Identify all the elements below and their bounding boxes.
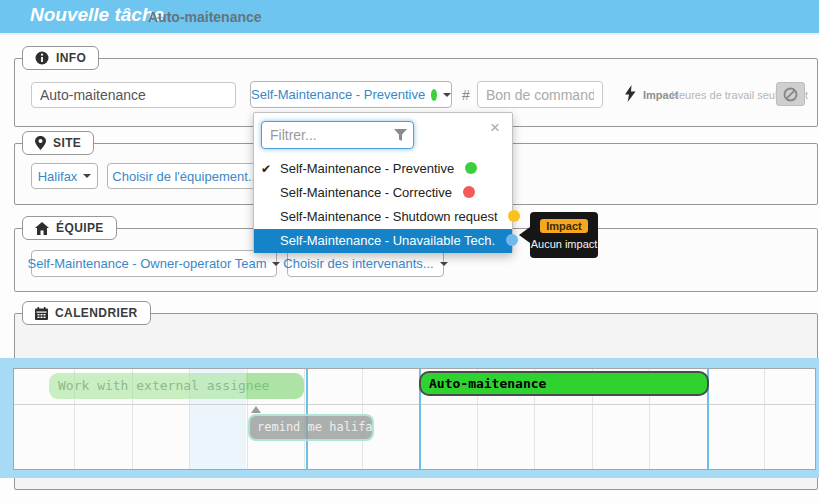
category-option-label: Self-Maintenance - Corrective (280, 185, 452, 200)
category-option-dot (506, 234, 518, 246)
map-pin-icon (35, 136, 46, 150)
gantt-gridline (764, 369, 765, 470)
category-option-label: Self-Maintenance - Preventive (280, 161, 454, 176)
caret-down-icon (443, 93, 451, 97)
gantt-bar-label: Auto-maitenance (429, 376, 546, 391)
gantt-bar-auto-maitenance[interactable]: Auto-maitenance (419, 371, 709, 396)
gantt-bar-overlap (246, 373, 304, 399)
category-color-dot (431, 89, 437, 101)
category-dropdown-button[interactable]: Self-Maintenance - Preventive (250, 81, 452, 108)
calendar-icon (35, 307, 48, 320)
gantt-container: Work with external assignee Auto-maitena… (0, 358, 819, 478)
calendar-section-tab: CALENDRIER (22, 301, 151, 325)
info-tab-label: INFO (56, 51, 86, 65)
new-task-page: Nouvelle tâche Auto-maitenance INFO Self… (0, 0, 819, 503)
category-button-label: Self-Maintenance - Preventive (251, 87, 425, 102)
impact-badge: Impact (540, 219, 587, 233)
site-select-button[interactable]: Halifax (31, 163, 98, 189)
category-option-dot (508, 210, 520, 222)
no-impact-button[interactable] (776, 82, 805, 106)
info-section-tab: INFO (22, 46, 99, 70)
gantt-bar-label: Work with external assignee (58, 378, 269, 393)
category-option-label: Self-Maintenance - Shutdown request (280, 209, 498, 224)
caret-down-icon (440, 262, 448, 266)
home-icon (35, 222, 49, 235)
ban-icon (783, 87, 798, 102)
category-filter-input[interactable] (261, 121, 414, 149)
page-title: Nouvelle tâche (30, 4, 164, 26)
purchase-order-input[interactable] (477, 81, 603, 108)
category-option[interactable]: ✔ Self-Maintenance - Preventive (254, 157, 512, 181)
team-tab-label: ÉQUIPE (56, 221, 104, 235)
close-icon[interactable]: × (490, 119, 500, 136)
team-button-label: Self-Maintenance - Owner-operator Team (28, 256, 267, 271)
impact-tooltip: Impact Aucun impact (530, 212, 598, 258)
calendar-tab-label: CALENDRIER (55, 306, 138, 320)
equipment-button-label: Choisir de l'équipement... (112, 169, 258, 184)
team-section-tab: ÉQUIPE (22, 216, 117, 240)
site-button-label: Halifax (38, 169, 78, 184)
members-button-label: Choisir des intervenants... (283, 256, 433, 271)
info-icon (35, 51, 49, 65)
category-option[interactable]: Self-Maintenance - Corrective (254, 181, 512, 205)
impact-tooltip-text: Aucun impact (530, 238, 598, 250)
team-select-button[interactable]: Self-Maintenance - Owner-operator Team (31, 250, 277, 277)
category-option-dot (465, 162, 477, 174)
check-icon: ✔ (261, 157, 271, 181)
category-option-label: Self-Maintenance - Unavailable Tech. (280, 233, 495, 248)
members-select-button[interactable]: Choisir des intervenants... (287, 250, 444, 277)
site-tab-label: SITE (53, 136, 81, 150)
tooltip-arrow (519, 227, 530, 243)
gantt-bar-label: remind me halifax (257, 420, 374, 434)
filter-funnel-icon (394, 129, 407, 141)
gantt-bar-external-assignee[interactable]: Work with external assignee (49, 373, 304, 399)
caret-down-icon (83, 174, 91, 178)
category-option-list: ✔ Self-Maintenance - Preventive Self-Mai… (254, 157, 512, 253)
gantt-grid[interactable]: Work with external assignee Auto-maitena… (13, 368, 816, 470)
page-header: Nouvelle tâche Auto-maitenance (0, 0, 819, 33)
site-section-tab: SITE (22, 131, 94, 155)
lightning-bolt-icon (624, 85, 637, 102)
gantt-row-divider (14, 404, 816, 405)
category-dropdown-panel: × ✔ Self-Maintenance - Preventive Self-M… (253, 112, 513, 253)
category-option-dot (463, 186, 475, 198)
gantt-bar-remind-halifax[interactable]: remind me halifax (248, 414, 374, 441)
gantt-marker-triangle (251, 406, 261, 413)
caret-down-icon (272, 262, 280, 266)
task-name-heading: Auto-maitenance (148, 9, 262, 25)
category-option[interactable]: Self-Maintenance - Shutdown request (254, 205, 512, 229)
order-number-prefix: # (462, 87, 470, 103)
category-option[interactable]: Self-Maintenance - Unavailable Tech. (254, 229, 512, 253)
equipment-select-button[interactable]: Choisir de l'équipement... (107, 163, 264, 189)
task-name-input[interactable] (31, 82, 236, 108)
